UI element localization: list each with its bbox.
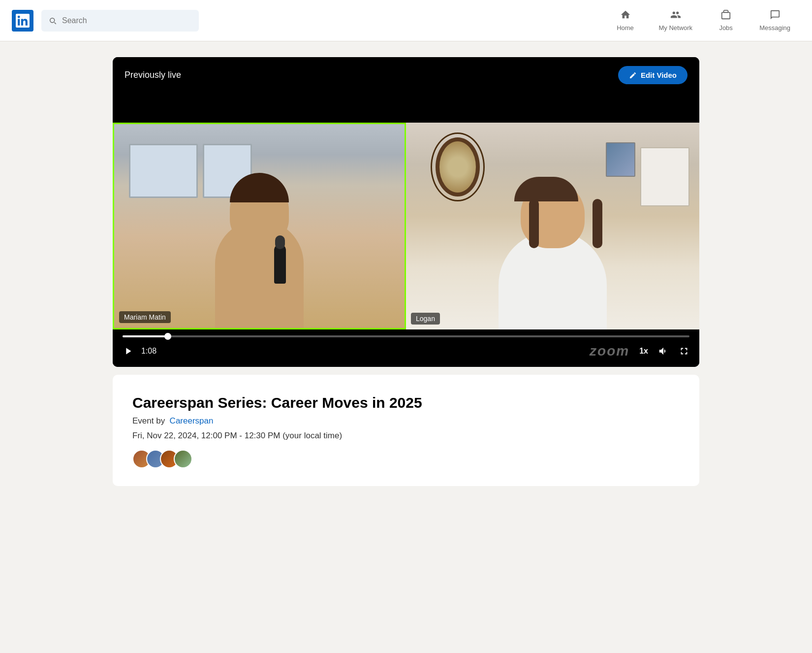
network-icon <box>670 9 681 23</box>
video-frames: Mariam Matin <box>113 123 699 329</box>
progress-bar[interactable] <box>123 335 689 337</box>
progress-thumb <box>164 333 171 340</box>
fullscreen-icon <box>679 346 689 357</box>
progress-fill <box>123 335 168 337</box>
nav-item-home[interactable]: Home <box>606 5 645 35</box>
video-frame-right: Logan <box>406 123 699 329</box>
video-black-space <box>113 93 699 123</box>
play-button[interactable] <box>123 346 133 357</box>
linkedin-logo[interactable] <box>12 10 33 32</box>
event-datetime: Fri, Nov 22, 2024, 12:00 PM - 12:30 PM (… <box>132 431 680 441</box>
controls-row: 1:08 zoom 1x <box>123 343 689 359</box>
nav-item-my-network[interactable]: My Network <box>649 5 703 35</box>
messaging-icon <box>770 9 781 23</box>
navbar: Home My Network Jobs Messaging <box>0 0 812 41</box>
jobs-icon <box>720 9 731 23</box>
play-icon <box>123 346 133 357</box>
zoom-watermark: zoom <box>590 343 629 359</box>
time-display: 1:08 <box>141 347 156 356</box>
nav-items: Home My Network Jobs Messaging <box>606 5 801 35</box>
nav-item-home-label: Home <box>617 24 634 32</box>
edit-video-label: Edit Video <box>641 71 677 79</box>
edit-video-button[interactable]: Edit Video <box>618 66 687 84</box>
main-content: Previously live Edit Video <box>101 57 711 486</box>
attendee-avatars <box>132 450 680 468</box>
nav-item-my-network-label: My Network <box>659 24 693 32</box>
nav-item-jobs-label: Jobs <box>719 24 732 32</box>
previously-live-label: Previously live <box>125 70 181 80</box>
participant-right-name: Logan <box>411 313 440 325</box>
linkedin-icon <box>16 14 30 28</box>
event-by-prefix: Event by <box>132 416 165 425</box>
controls-right: zoom 1x <box>590 343 689 359</box>
volume-icon <box>658 346 669 357</box>
avatar-4 <box>174 450 192 468</box>
video-controls: 1:08 zoom 1x <box>113 329 699 367</box>
nav-item-messaging[interactable]: Messaging <box>750 5 800 35</box>
fullscreen-button[interactable] <box>679 346 689 357</box>
nav-item-jobs[interactable]: Jobs <box>706 5 746 35</box>
event-info: Careerspan Series: Career Moves in 2025 … <box>113 375 699 486</box>
event-organizer-link[interactable]: Careerspan <box>170 416 214 425</box>
participant-left-name: Mariam Matin <box>119 311 171 323</box>
video-frame-left: Mariam Matin <box>113 123 406 329</box>
speed-button[interactable]: 1x <box>639 347 648 356</box>
pencil-icon <box>629 71 637 79</box>
search-icon <box>48 16 57 25</box>
video-player: Previously live Edit Video <box>113 57 699 367</box>
volume-button[interactable] <box>658 346 669 357</box>
video-top-bar: Previously live Edit Video <box>113 57 699 93</box>
nav-item-messaging-label: Messaging <box>759 24 790 32</box>
home-icon <box>620 9 631 23</box>
event-title: Careerspan Series: Career Moves in 2025 <box>132 394 680 411</box>
search-bar[interactable] <box>41 10 199 32</box>
search-input[interactable] <box>62 16 192 25</box>
event-by: Event by Careerspan <box>132 416 680 426</box>
